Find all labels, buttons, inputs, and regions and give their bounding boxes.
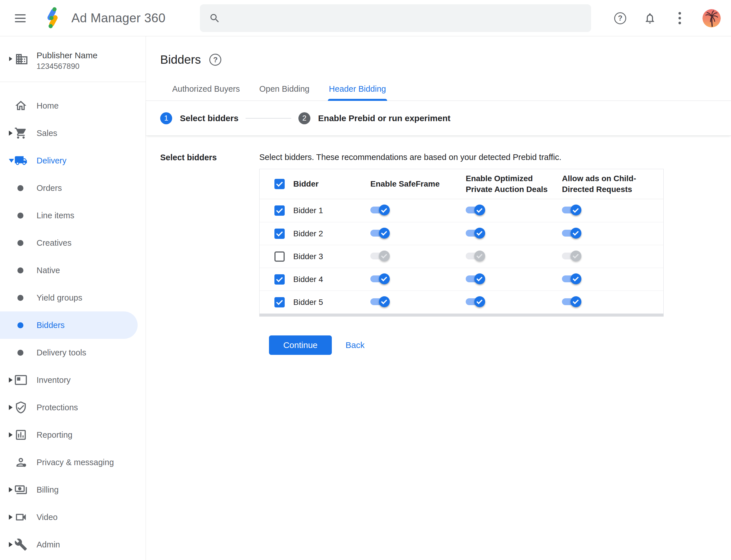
sidebar-item-label: Reporting [37,430,73,440]
sidebar-item-delivery[interactable]: Delivery [0,147,146,174]
menu-icon[interactable] [15,13,26,24]
chevron-right-icon [9,377,13,383]
step-enable-prebid[interactable]: 2 Enable Prebid or run experiment [299,112,450,124]
sidebar-item-admin[interactable]: Admin [0,531,146,558]
safeframe-toggle[interactable] [370,228,389,239]
chevron-right-icon [9,432,13,437]
optimized-deals-toggle [466,251,484,261]
sidebar-item-line-items[interactable]: Line items [0,202,146,229]
sidebar-item-home[interactable]: Home [0,92,146,119]
back-link[interactable]: Back [346,340,365,350]
ad-manager-logo [42,7,63,29]
sidebar-item-label: Orders [37,183,62,193]
optimized-deals-toggle[interactable] [466,273,484,284]
section-description: Select bidders. These recommendations ar… [259,152,731,163]
row-checkbox[interactable] [275,297,285,307]
chevron-right-icon [9,405,13,410]
child-directed-toggle[interactable] [562,228,581,239]
sidebar-item-orders[interactable]: Orders [0,174,146,202]
bullet-icon [17,240,23,246]
wizard-stepper: 1 Select bidders 2 Enable Prebid or run … [146,101,731,136]
notifications-button[interactable] [643,11,657,25]
table-body: Bidder 1 Bidder 2 Bidder 3 Bidder 4 [260,199,663,313]
sidebar-item-inventory[interactable]: Inventory [0,366,146,394]
step-connector [246,118,291,119]
table-row-bidder-1: Bidder 1 [260,199,663,222]
row-checkbox[interactable] [275,251,285,262]
avatar[interactable] [702,9,721,27]
privacy-icon [14,456,27,469]
page-help-button[interactable] [209,54,221,66]
sidebar-item-label: Video [37,513,58,522]
top-app-bar: Ad Manager 360 [0,0,731,36]
app-title: Ad Manager 360 [71,11,166,25]
help-button[interactable] [613,11,627,25]
table-row-bidder-2: Bidder 2 [260,222,663,245]
safeframe-toggle [370,251,389,261]
sidebar-item-label: Yield groups [37,293,82,303]
child-directed-toggle[interactable] [562,205,581,215]
sidebar-item-label: Native [37,266,60,275]
table-row-bidder-4: Bidder 4 [260,268,663,291]
child-directed-toggle[interactable] [562,296,581,307]
search-icon [209,13,221,24]
sidebar-item-reporting[interactable]: Reporting [0,421,146,449]
optimized-deals-toggle[interactable] [466,228,484,239]
section-label: Select bidders [160,152,259,355]
sidebar-item-yield-groups[interactable]: Yield groups [0,284,146,311]
bidder-name: Bidder 2 [293,229,323,238]
sidebar-item-video[interactable]: Video [0,503,146,531]
sidebar-item-sales[interactable]: Sales [0,119,146,147]
step-number-badge: 2 [299,112,311,124]
chevron-right-icon [9,515,13,520]
sidebar-item-native[interactable]: Native [0,257,146,284]
step-select-bidders[interactable]: 1 Select bidders [160,112,239,124]
safeframe-toggle[interactable] [370,296,389,307]
tab-open-bidding[interactable]: Open Bidding [250,84,319,101]
publisher-name: Publisher Name [37,51,97,60]
sidebar-item-billing[interactable]: Billing [0,476,146,503]
sidebar-item-label: Admin [37,540,60,549]
shield-icon [14,401,27,414]
optimized-deals-toggle[interactable] [466,205,484,215]
bidder-name: Bidder 4 [293,275,323,284]
help-icon [209,54,221,66]
safeframe-toggle[interactable] [370,205,389,215]
home-icon [14,99,27,112]
sidebar-item-privacy-messaging[interactable]: Privacy & messaging [0,449,146,476]
sidebar-item-label: Protections [37,403,78,412]
child-directed-toggle[interactable] [562,273,581,284]
cart-icon [14,127,27,140]
sidebar-item-delivery-tools[interactable]: Delivery tools [0,339,146,366]
sidebar-item-label: Inventory [37,375,71,385]
search-bar[interactable] [200,4,591,32]
tab-authorized-buyers[interactable]: Authorized Buyers [163,84,250,101]
row-checkbox[interactable] [275,229,285,239]
continue-button[interactable]: Continue [269,335,332,355]
sidebar-item-creatives[interactable]: Creatives [0,229,146,257]
chevron-right-icon [9,57,12,61]
sidebar-item-label: Bidders [37,321,65,330]
search-input[interactable] [229,10,591,27]
bullet-icon [17,213,23,219]
admin-icon [14,538,27,551]
video-icon [14,511,27,524]
more-options-button[interactable] [673,11,686,25]
optimized-deals-toggle[interactable] [466,296,484,307]
safeframe-toggle[interactable] [370,273,389,284]
publisher-id: 1234567890 [37,62,79,71]
row-checkbox[interactable] [275,205,285,216]
more-vert-icon [678,12,681,24]
bullet-icon [17,185,23,191]
sidebar-item-bidders[interactable]: Bidders [0,311,138,339]
table-bottom-border [260,313,663,316]
chevron-right-icon [9,487,13,492]
tab-header-bidding[interactable]: Header Bidding [319,84,396,101]
sidebar-item-label: Delivery [37,156,67,165]
chevron-right-icon [9,542,13,547]
row-checkbox[interactable] [275,274,285,285]
select-all-checkbox[interactable] [275,179,285,189]
sidebar-item-protections[interactable]: Protections [0,394,146,421]
sidebar-item-label: Privacy & messaging [37,458,114,467]
publisher-switcher[interactable]: Publisher Name 1234567890 [0,36,146,82]
